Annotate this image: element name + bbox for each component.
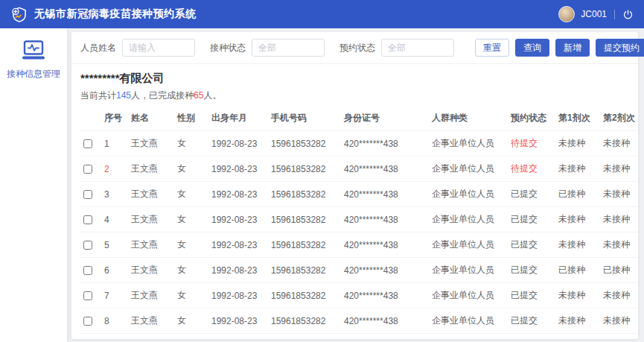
- row-checkbox[interactable]: [83, 165, 92, 174]
- table-row: 4 王文燕 女 1992-08-23 15961853282 420******…: [80, 207, 638, 232]
- main-content: 人员姓名 接种状态 预约状态 重置 查询 新增 提交预约 导入 模板下载 ***…: [67, 28, 644, 342]
- cell-dose2: 未接种: [600, 283, 638, 308]
- cell-gender: 女: [174, 182, 208, 207]
- cell-phone: 15961853282: [268, 283, 341, 308]
- cell-dose1: 未接种: [555, 283, 600, 308]
- cell-name: 王文燕: [128, 182, 174, 207]
- cell-gender: 女: [174, 258, 208, 283]
- completed-count: 65: [194, 90, 203, 101]
- cell-name: 王文燕: [128, 258, 174, 283]
- cell-status: 已提交: [508, 258, 555, 283]
- col-birth: 出身年月: [208, 105, 268, 131]
- cell-index: 8: [101, 308, 128, 334]
- table-row: 3 王文燕 女 1992-08-23 15961853282 420******…: [80, 182, 638, 207]
- cell-name: 王文燕: [128, 308, 174, 334]
- cell-idcard: 420*******438: [341, 182, 429, 207]
- cell-status: 已提交: [508, 232, 555, 258]
- col-name: 姓名: [128, 105, 174, 131]
- cell-birth: 1992-08-23: [208, 308, 268, 334]
- appointment-status-select[interactable]: [381, 39, 454, 57]
- cell-idcard: 420*******438: [341, 283, 429, 308]
- appointments-table: 序号 姓名 性别 出身年月 手机号码 身份证号 人群种类 预约状态 第1剂次 第…: [80, 105, 638, 334]
- table-row: 8 王文燕 女 1992-08-23 15961853282 420******…: [80, 308, 638, 334]
- table-section: *********有限公司 当前共计145人，已完成接种65人。 序号 姓名 性…: [71, 64, 638, 339]
- cell-status: 待提交: [508, 131, 555, 156]
- logout-power-icon[interactable]: [622, 9, 634, 20]
- cell-dose1: 已接种: [555, 258, 600, 283]
- table-row: 1 王文燕 女 1992-08-23 15961853282 420******…: [80, 131, 638, 156]
- vaccination-status-select[interactable]: [252, 39, 325, 57]
- cell-status: 待提交: [508, 156, 555, 182]
- col-dose2: 第2剂次: [600, 105, 638, 131]
- row-checkbox[interactable]: [83, 291, 92, 300]
- reset-button[interactable]: 重置: [475, 39, 509, 57]
- table-header-row: 序号 姓名 性别 出身年月 手机号码 身份证号 人群种类 预约状态 第1剂次 第…: [80, 105, 638, 131]
- cell-gender: 女: [174, 283, 208, 308]
- row-checkbox[interactable]: [83, 215, 92, 224]
- filter-bar: 人员姓名 接种状态 预约状态 重置 查询 新增 提交预约 导入 模板下载: [71, 32, 638, 64]
- table-row: 2 王文燕 女 1992-08-23 15961853282 420******…: [80, 156, 638, 182]
- cell-idcard: 420*******438: [341, 156, 429, 182]
- sidebar-item-label: 接种信息管理: [0, 68, 67, 80]
- cell-name: 王文燕: [128, 156, 174, 182]
- col-gender: 性别: [174, 105, 208, 131]
- user-avatar[interactable]: [558, 6, 575, 22]
- person-name-input[interactable]: [122, 39, 195, 57]
- user-area: JC001: [558, 6, 634, 22]
- submit-appointment-button[interactable]: 提交预约: [596, 39, 644, 57]
- cell-name: 王文燕: [128, 131, 174, 156]
- cell-status: 已提交: [508, 308, 555, 334]
- cell-birth: 1992-08-23: [208, 131, 268, 156]
- col-index: 序号: [101, 105, 128, 131]
- cell-group: 企事业单位人员: [429, 283, 508, 308]
- cell-dose2: 未接种: [600, 232, 638, 258]
- table-body: 1 王文燕 女 1992-08-23 15961853282 420******…: [80, 131, 638, 334]
- header-checkbox-spacer: [80, 105, 101, 131]
- cell-name: 王文燕: [128, 232, 174, 258]
- cell-gender: 女: [174, 232, 208, 258]
- row-checkbox[interactable]: [83, 317, 92, 326]
- col-idcard: 身份证号: [341, 105, 429, 131]
- table-row: 5 王文燕 女 1992-08-23 15961853282 420******…: [80, 232, 638, 258]
- cell-dose2: 未接种: [600, 182, 638, 207]
- cell-gender: 女: [174, 207, 208, 232]
- cell-gender: 女: [174, 131, 208, 156]
- cell-birth: 1992-08-23: [208, 283, 268, 308]
- cell-group: 企事业单位人员: [429, 131, 508, 156]
- row-checkbox[interactable]: [83, 190, 92, 199]
- cell-dose2: 已接种: [600, 258, 638, 283]
- app-title: 无锡市新冠病毒疫苗接种预约系统: [34, 7, 197, 21]
- cell-name: 王文燕: [128, 283, 174, 308]
- cell-gender: 女: [174, 156, 208, 182]
- cell-index: 3: [101, 182, 128, 207]
- cell-index: 1: [101, 131, 128, 156]
- company-title: *********有限公司: [80, 72, 629, 86]
- cell-birth: 1992-08-23: [208, 156, 268, 182]
- cell-group: 企事业单位人员: [429, 232, 508, 258]
- cell-index: 4: [101, 207, 128, 232]
- user-name: JC001: [581, 9, 607, 19]
- cell-dose2: 未接种: [600, 131, 638, 156]
- person-name-label: 人员姓名: [80, 42, 116, 54]
- cell-dose1: 已接种: [555, 182, 600, 207]
- cell-index: 2: [101, 156, 128, 182]
- cell-phone: 15961853282: [268, 207, 341, 232]
- cell-idcard: 420*******438: [341, 131, 429, 156]
- cell-name: 王文燕: [128, 207, 174, 232]
- filter-vaccination-status: 接种状态: [210, 39, 325, 57]
- row-checkbox[interactable]: [83, 266, 92, 275]
- row-checkbox[interactable]: [83, 139, 92, 148]
- cell-gender: 女: [174, 308, 208, 334]
- row-checkbox[interactable]: [83, 241, 92, 250]
- col-status: 预约状态: [508, 105, 555, 131]
- cell-phone: 15961853282: [268, 232, 341, 258]
- cell-index: 6: [101, 258, 128, 283]
- cell-phone: 15961853282: [268, 308, 341, 334]
- add-button[interactable]: 新增: [555, 39, 590, 57]
- cell-status: 已提交: [508, 207, 555, 232]
- cell-idcard: 420*******438: [341, 207, 429, 232]
- cell-group: 企事业单位人员: [429, 156, 508, 182]
- filter-person-name: 人员姓名: [80, 39, 195, 57]
- query-button[interactable]: 查询: [515, 39, 549, 57]
- sidebar-item-vaccination-info[interactable]: 接种信息管理: [0, 28, 67, 88]
